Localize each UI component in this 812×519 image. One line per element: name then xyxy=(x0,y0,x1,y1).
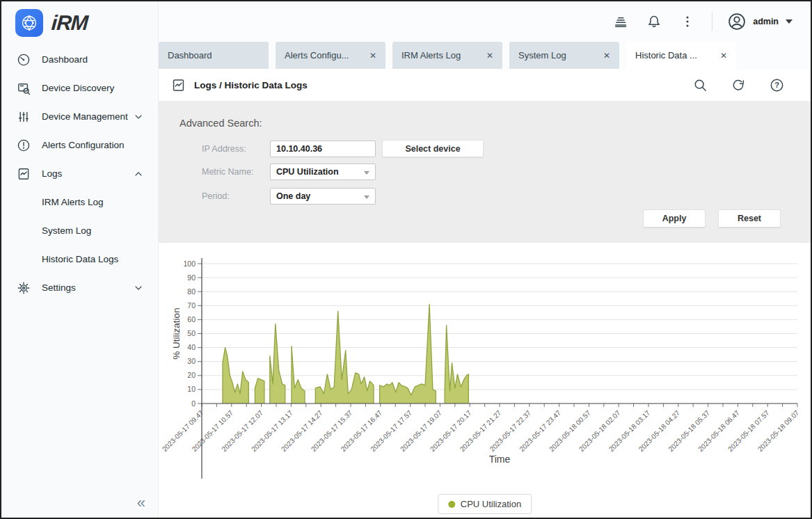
apply-button[interactable]: Apply xyxy=(643,209,706,227)
close-icon[interactable]: ✕ xyxy=(364,51,376,61)
tab-label: IRM Alerts Log xyxy=(401,50,461,61)
ip-address-label: IP Address: xyxy=(202,144,270,154)
close-icon[interactable]: ✕ xyxy=(481,51,493,61)
avatar-icon xyxy=(728,13,746,31)
tab-dashboard[interactable]: Dashboard xyxy=(159,42,269,69)
reset-button[interactable]: Reset xyxy=(718,209,781,227)
caret-down-icon xyxy=(786,19,793,24)
svg-text:% Utilization: % Utilization xyxy=(171,308,182,359)
period-value: One day xyxy=(276,191,310,201)
sidebar-item-device-discovery[interactable]: Device Discovery xyxy=(1,74,158,102)
chart-container: 01020304050607080901002023-05-17 09.4720… xyxy=(159,243,811,518)
username: admin xyxy=(753,17,779,26)
ip-address-row: IP Address: xyxy=(202,140,376,157)
sidebar-item-device-management[interactable]: Device Management xyxy=(1,102,158,131)
tab-alerts-configu[interactable]: Alerts Configu...✕ xyxy=(276,42,385,69)
period-select[interactable]: One day xyxy=(270,188,376,205)
close-icon[interactable]: ✕ xyxy=(598,51,610,61)
settings-icon xyxy=(17,281,31,295)
metric-name-value: CPU Utilization xyxy=(276,167,339,177)
bell-icon[interactable] xyxy=(646,14,662,29)
sidebar-item-settings[interactable]: Settings xyxy=(1,273,158,302)
sidebar: iRM DashboardDevice DiscoveryDevice Mana… xyxy=(1,1,159,518)
user-menu[interactable]: admin xyxy=(728,13,793,31)
svg-text:50: 50 xyxy=(187,329,196,337)
svg-text:70: 70 xyxy=(187,301,196,310)
tab-bar: DashboardAlerts Configu...✕IRM Alerts Lo… xyxy=(159,42,811,69)
tab-label: Historic Data ... xyxy=(635,50,697,61)
sidebar-item-irm-alerts-log[interactable]: IRM Alerts Log xyxy=(1,188,158,216)
period-row: Period: One day xyxy=(202,187,376,205)
chevron-down-icon xyxy=(364,171,369,175)
stack-icon[interactable] xyxy=(613,14,628,29)
alerts-configuration-icon xyxy=(17,138,31,152)
svg-text:40: 40 xyxy=(187,343,196,351)
svg-text:100: 100 xyxy=(183,260,196,268)
select-device-button[interactable]: Select device xyxy=(382,140,484,157)
period-label: Period: xyxy=(202,191,270,201)
sidebar-item-logs[interactable]: Logs xyxy=(1,159,158,188)
tab-historic-data[interactable]: Historic Data ...✕ xyxy=(626,42,736,69)
sidebar-item-label: Dashboard xyxy=(42,54,145,65)
advanced-search-panel: Advanced Search: IP Address: Select devi… xyxy=(159,101,811,243)
sidebar-item-dashboard[interactable]: Dashboard xyxy=(1,45,158,74)
logo-text: iRM xyxy=(51,11,88,35)
sidebar-item-label: Alerts Configuration xyxy=(42,140,145,150)
sidebar-item-label: Device Management xyxy=(42,111,132,122)
chevron-down-icon xyxy=(132,282,145,294)
breadcrumb-bar: Logs / Historic Data Logs ? xyxy=(159,69,811,101)
sidebar-item-alerts-configuration[interactable]: Alerts Configuration xyxy=(1,131,158,159)
app-window: iRM DashboardDevice DiscoveryDevice Mana… xyxy=(0,0,812,519)
logs-icon xyxy=(17,167,31,181)
metric-name-label: Metric Name: xyxy=(202,167,270,177)
tab-irm-alerts-log[interactable]: IRM Alerts Log✕ xyxy=(392,42,502,69)
legend[interactable]: CPU Utilization xyxy=(438,494,532,514)
sidebar-item-historic-data-logs[interactable]: Historic Data Logs xyxy=(1,245,158,273)
cpu-utilization-chart: 01020304050607080901002023-05-17 09.4720… xyxy=(159,243,812,493)
kebab-icon[interactable] xyxy=(680,14,695,29)
advanced-search-title: Advanced Search: xyxy=(180,118,262,129)
dashboard-icon xyxy=(17,53,31,67)
top-header: admin DashboardAlerts Configu...✕IRM Ale… xyxy=(159,1,811,69)
svg-text:10: 10 xyxy=(187,385,196,393)
chevron-down-icon xyxy=(132,111,145,122)
main-area: admin DashboardAlerts Configu...✕IRM Ale… xyxy=(159,1,811,518)
legend-label: CPU Utilization xyxy=(461,499,521,509)
logo-globe-icon xyxy=(15,9,43,37)
logo: iRM xyxy=(1,1,158,42)
refresh-icon[interactable] xyxy=(731,78,746,93)
chevron-down-icon xyxy=(364,195,369,199)
sidebar-item-label: Logs xyxy=(42,168,132,179)
device-management-icon xyxy=(17,110,31,124)
tab-label: Alerts Configu... xyxy=(285,50,349,61)
sidebar-item-system-log[interactable]: System Log xyxy=(1,216,158,245)
svg-text:20: 20 xyxy=(187,371,196,379)
sidebar-collapse-button[interactable]: « xyxy=(137,495,145,511)
close-icon[interactable]: ✕ xyxy=(715,51,727,61)
tab-system-log[interactable]: System Log✕ xyxy=(509,42,619,69)
metric-name-row: Metric Name: CPU Utilization xyxy=(202,163,376,180)
ip-address-input[interactable] xyxy=(270,141,376,157)
header-divider xyxy=(712,13,713,31)
metric-name-select[interactable]: CPU Utilization xyxy=(270,163,376,180)
svg-text:Time: Time xyxy=(489,454,511,465)
tab-label: Dashboard xyxy=(168,50,212,61)
help-icon[interactable]: ? xyxy=(770,78,784,93)
device-discovery-icon xyxy=(17,81,31,95)
svg-text:?: ? xyxy=(774,81,779,89)
legend-dot-icon xyxy=(448,501,455,508)
svg-text:60: 60 xyxy=(187,315,196,324)
chevron-up-icon xyxy=(132,168,145,179)
sidebar-item-label: Settings xyxy=(42,282,132,293)
svg-text:80: 80 xyxy=(187,287,196,296)
svg-text:0: 0 xyxy=(191,399,196,408)
search-icon[interactable] xyxy=(693,78,708,93)
svg-text:30: 30 xyxy=(187,357,196,365)
tab-label: System Log xyxy=(518,50,566,61)
logs-icon xyxy=(171,78,186,93)
breadcrumb: Logs / Historic Data Logs xyxy=(194,80,669,90)
topbar: admin xyxy=(159,1,811,42)
sidebar-nav: DashboardDevice DiscoveryDevice Manageme… xyxy=(1,45,158,302)
sidebar-item-label: Device Discovery xyxy=(42,83,145,93)
svg-text:90: 90 xyxy=(187,273,196,282)
